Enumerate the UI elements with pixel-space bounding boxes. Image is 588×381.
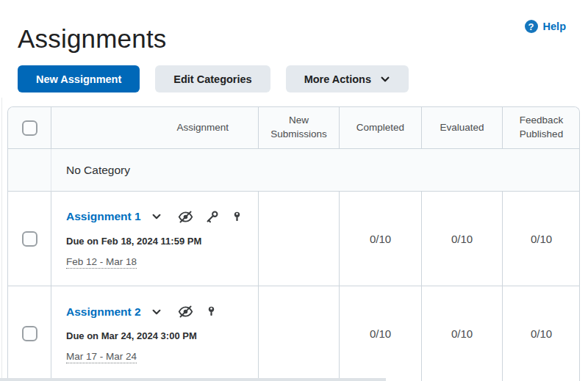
feedback-published-value: 0/10 [502, 286, 580, 381]
column-header-evaluated: Evaluated [421, 107, 502, 149]
row-checkbox-assignment-2[interactable] [22, 326, 37, 341]
column-header-completed: Completed [339, 107, 421, 149]
row-select-cell [8, 286, 51, 381]
column-header-assignment: Assignment [51, 107, 258, 149]
special-access-icon [205, 305, 218, 319]
new-submissions-value [258, 286, 339, 381]
assignment-1-actions-chevron-icon[interactable] [151, 211, 162, 222]
status-icons [178, 304, 218, 319]
status-icons [178, 209, 243, 225]
due-date-text: Due on Feb 18, 2024 11:59 PM [66, 236, 201, 247]
edit-categories-button[interactable]: Edit Categories [155, 65, 270, 92]
assignment-2-actions-chevron-icon[interactable] [151, 307, 162, 317]
assignment-1-link[interactable]: Assignment 1 [66, 210, 141, 223]
hidden-icon [178, 304, 193, 319]
help-link[interactable]: ? Help [525, 20, 566, 33]
column-header-feedback-published: Feedback Published [502, 107, 580, 149]
more-actions-button[interactable]: More Actions [286, 65, 409, 92]
hidden-icon [178, 209, 193, 225]
evaluated-value: 0/10 [421, 192, 502, 286]
new-submissions-value [258, 192, 339, 286]
availability-dates-link[interactable]: Feb 12 - Mar 18 [66, 256, 137, 269]
key-icon [205, 210, 219, 224]
special-access-icon [231, 210, 243, 224]
toolbar: New Assignment Edit Categories More Acti… [18, 65, 409, 92]
header-select-cell [8, 107, 51, 149]
assignment-cell: Assignment 1 [51, 192, 258, 286]
row-select-cell [8, 192, 51, 286]
feedback-published-value: 0/10 [502, 192, 580, 286]
help-question-icon: ? [525, 20, 538, 33]
completed-value: 0/10 [339, 192, 421, 286]
select-all-checkbox[interactable] [22, 120, 37, 136]
availability-dates-link[interactable]: Mar 17 - Mar 24 [66, 351, 137, 363]
chevron-down-icon [380, 74, 390, 84]
new-assignment-button[interactable]: New Assignment [18, 65, 140, 92]
due-date-text: Due on Mar 24, 2024 3:00 PM [66, 330, 197, 341]
completed-value: 0/10 [339, 286, 421, 381]
page-left-divider [1, 98, 2, 381]
category-row-spacer [8, 149, 51, 192]
assignment-cell: Assignment 2 Due on Mar 24, 2024 3:00 PM… [51, 286, 258, 381]
evaluated-value: 0/10 [421, 286, 502, 381]
next-row-edge [0, 378, 386, 381]
column-header-new-submissions: New Submissions [258, 107, 339, 149]
page-title: Assignments [18, 24, 167, 54]
more-actions-label: More Actions [304, 73, 371, 85]
category-row-label: No Category [51, 149, 580, 192]
assignment-2-link[interactable]: Assignment 2 [66, 305, 141, 319]
row-checkbox-assignment-1[interactable] [22, 231, 37, 247]
help-link-label: Help [543, 21, 566, 32]
assignments-table: Assignment New Submissions Completed Eva… [7, 106, 580, 381]
